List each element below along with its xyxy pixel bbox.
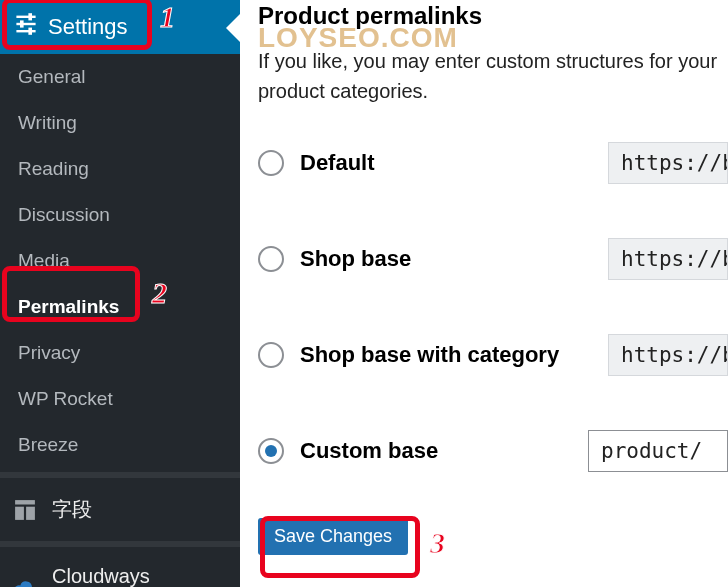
- radio-default[interactable]: [258, 150, 284, 176]
- save-changes-button[interactable]: Save Changes: [258, 518, 408, 555]
- menu-section-fields-label: 字段: [52, 496, 92, 523]
- url-preview-shopbase-cat: https://b2b: [608, 334, 728, 376]
- submenu-writing[interactable]: Writing: [0, 100, 240, 146]
- submenu-permalinks[interactable]: Permalinks: [0, 284, 240, 330]
- menu-section-fields[interactable]: 字段: [0, 482, 240, 537]
- svg-rect-7: [15, 506, 24, 519]
- menu-section-cloudways[interactable]: Cloudways Migrate: [0, 551, 240, 587]
- permalink-option-default: Default https://b2b: [258, 142, 728, 184]
- menu-section-cloud-label: Cloudways Migrate: [52, 565, 150, 587]
- radio-custom-label: Custom base: [300, 438, 438, 464]
- submenu-general[interactable]: General: [0, 54, 240, 100]
- submenu-privacy[interactable]: Privacy: [0, 330, 240, 376]
- permalink-option-shopbase: Shop base https://b2b: [258, 238, 728, 280]
- svg-rect-0: [16, 16, 35, 18]
- menu-separator: [0, 541, 240, 547]
- url-preview-shopbase: https://b2b: [608, 238, 728, 280]
- submenu-wp-rocket[interactable]: WP Rocket: [0, 376, 240, 422]
- radio-shopbase[interactable]: [258, 246, 284, 272]
- main-content: LOYSEO.COM Product permalinks If you lik…: [240, 0, 728, 587]
- sliders-icon: [14, 12, 38, 42]
- submenu-reading[interactable]: Reading: [0, 146, 240, 192]
- svg-rect-4: [20, 20, 24, 27]
- section-heading: Product permalinks: [258, 2, 728, 30]
- settings-submenu: General Writing Reading Discussion Media…: [0, 54, 240, 468]
- radio-custom[interactable]: [258, 438, 284, 464]
- svg-rect-3: [28, 13, 32, 20]
- svg-rect-6: [15, 500, 35, 504]
- radio-shopbase-cat-label: Shop base with category: [300, 342, 559, 368]
- menu-top-label: Settings: [48, 14, 128, 40]
- menu-separator: [0, 472, 240, 478]
- permalink-option-custom: Custom base: [258, 430, 728, 472]
- section-intro: If you like, you may enter custom struct…: [258, 46, 728, 106]
- permalink-option-shopbase-cat: Shop base with category https://b2b: [258, 334, 728, 376]
- svg-rect-2: [16, 30, 35, 32]
- cloud-icon: [12, 580, 38, 587]
- menu-top-settings[interactable]: Settings: [0, 0, 240, 54]
- admin-sidebar: Settings General Writing Reading Discuss…: [0, 0, 240, 587]
- url-preview-default: https://b2b: [608, 142, 728, 184]
- active-menu-arrow-icon: [226, 14, 240, 42]
- submenu-media[interactable]: Media: [0, 238, 240, 284]
- custom-base-input[interactable]: [588, 430, 728, 472]
- svg-rect-1: [16, 23, 35, 25]
- radio-shopbase-cat[interactable]: [258, 342, 284, 368]
- svg-rect-8: [26, 506, 35, 519]
- submenu-breeze[interactable]: Breeze: [0, 422, 240, 468]
- submenu-discussion[interactable]: Discussion: [0, 192, 240, 238]
- radio-shopbase-label: Shop base: [300, 246, 411, 272]
- layout-icon: [12, 499, 38, 521]
- radio-default-label: Default: [300, 150, 375, 176]
- svg-rect-5: [28, 28, 32, 35]
